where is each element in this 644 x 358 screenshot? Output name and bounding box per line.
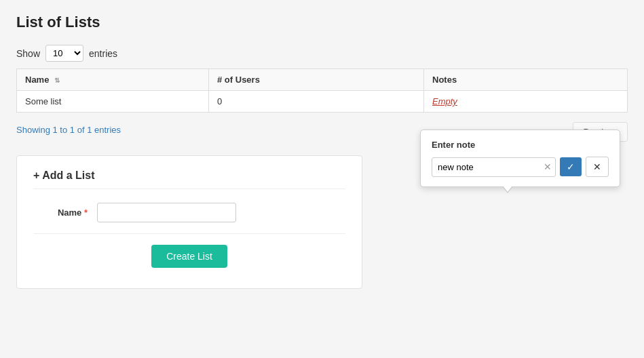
note-cancel-button[interactable]: ✕ [586, 157, 609, 177]
col-name: Name ⇅ [17, 69, 209, 91]
note-popover: Enter note ✕ ✓ ✕ [420, 130, 620, 187]
page-title: List of Lists [16, 14, 628, 31]
page-total: 1 [87, 125, 94, 135]
row-name: Some list [17, 91, 209, 113]
name-form-row: Name * [33, 199, 345, 222]
name-label: Name * [33, 207, 88, 218]
add-list-title: + Add a List [33, 170, 345, 189]
lists-table: Name ⇅ # of Users Notes Some list 0 [16, 68, 628, 113]
page-end: 1 [70, 125, 77, 135]
required-marker: * [84, 207, 88, 218]
table-row: Some list 0 Empty [17, 91, 628, 113]
list-name-input[interactable] [97, 203, 236, 222]
col-notes: Notes [424, 69, 628, 91]
form-divider [33, 233, 345, 234]
add-list-section: + Add a List Name * Create List [16, 155, 362, 289]
show-label: Show [16, 48, 40, 59]
entries-select[interactable]: 10 25 50 100 [45, 45, 83, 62]
row-notes: Empty [424, 91, 628, 113]
note-input[interactable] [432, 157, 556, 177]
row-users: 0 [209, 91, 424, 113]
input-clear-button[interactable]: ✕ [544, 162, 552, 172]
create-list-button[interactable]: Create List [151, 245, 227, 268]
pagination-info: Showing 1 to 1 of 1 entries [16, 125, 121, 135]
empty-note-link[interactable]: Empty [432, 96, 457, 106]
col-users: # of Users [209, 69, 424, 91]
sort-icon: ⇅ [54, 77, 60, 84]
entries-label: entries [89, 48, 117, 59]
page-start: 1 [53, 125, 60, 135]
popover-title: Enter note [432, 140, 609, 150]
note-confirm-button[interactable]: ✓ [560, 157, 582, 176]
